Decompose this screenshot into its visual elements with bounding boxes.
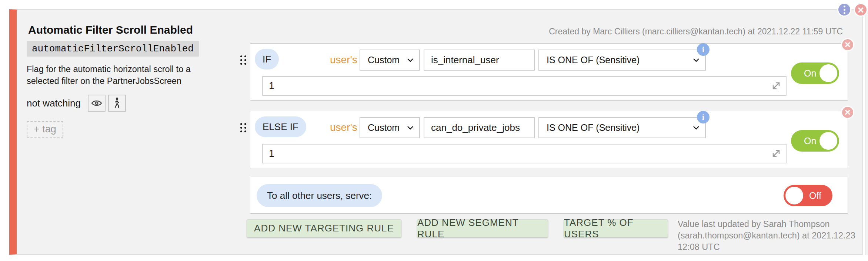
default-rule-card: To all other users, serve: Off xyxy=(250,177,848,214)
rule-drag-handle[interactable] xyxy=(240,55,248,66)
default-rule-label: To all other users, serve: xyxy=(257,184,382,207)
operator-value: IS ONE OF (Sensitive) xyxy=(547,122,640,133)
operator-value: IS ONE OF (Sensitive) xyxy=(547,55,640,65)
walking-person-icon xyxy=(113,97,121,109)
flag-title: Automatic Filter Scroll Enabled xyxy=(28,24,193,36)
flag-description: Flag for the automatic horizontal scroll… xyxy=(27,64,214,87)
rule-drag-handle[interactable] xyxy=(240,123,248,133)
chevron-down-icon xyxy=(407,126,414,130)
button-label: TARGET % OF USERS xyxy=(564,217,668,240)
close-icon: × xyxy=(845,107,851,118)
rule-subject-label: user's xyxy=(330,50,357,70)
close-icon: × xyxy=(845,40,851,50)
flag-key-chip: automaticFilterScrollEnabled xyxy=(27,41,199,57)
attribute-type-select[interactable]: Custom xyxy=(360,117,420,138)
expand-value-button[interactable] xyxy=(771,148,781,159)
served-value-field[interactable]: 1 xyxy=(262,76,787,96)
expand-diagonal-icon xyxy=(771,81,781,91)
default-rule-toggle-off[interactable]: Off xyxy=(784,185,832,206)
toggle-state-label: Off xyxy=(809,190,821,201)
add-tag-label: + tag xyxy=(34,123,56,135)
toggle-state-label: On xyxy=(804,68,816,79)
feature-flag-card-screen: × Created by Marc Cilliers (marc.cillier… xyxy=(0,0,868,261)
close-flag-button[interactable]: × xyxy=(854,3,868,17)
chevron-down-icon xyxy=(693,126,700,130)
watch-flag-button[interactable] xyxy=(88,95,106,112)
rule-keyword-badge: IF xyxy=(255,49,279,70)
button-label: ADD NEW SEGMENT RULE xyxy=(417,217,548,240)
add-tag-button[interactable]: + tag xyxy=(27,121,63,138)
toggle-knob xyxy=(819,132,837,150)
watching-users-button[interactable] xyxy=(108,95,126,112)
target-percent-users-button[interactable]: TARGET % OF USERS xyxy=(564,219,668,237)
rule-subject-label: user's xyxy=(330,117,357,138)
targeting-rule-if: IF user's Custom IS ONE OF (Sensitive) i… xyxy=(250,43,848,101)
watch-status-label: not watching xyxy=(27,98,81,109)
delete-rule-button[interactable]: × xyxy=(841,38,854,51)
toggle-knob xyxy=(785,187,803,204)
served-value-field[interactable]: 1 xyxy=(262,144,787,163)
expand-value-button[interactable] xyxy=(771,81,781,91)
toggle-state-label: On xyxy=(804,136,816,146)
close-icon: × xyxy=(858,4,864,16)
rule-toggle-on[interactable]: On xyxy=(791,130,839,152)
rule-toggle-on[interactable]: On xyxy=(791,62,839,84)
attribute-name-input[interactable] xyxy=(424,50,535,71)
served-value: 1 xyxy=(269,80,274,92)
operator-select[interactable]: IS ONE OF (Sensitive) xyxy=(538,117,706,138)
attribute-type-select[interactable]: Custom xyxy=(360,50,420,71)
add-segment-rule-button[interactable]: ADD NEW SEGMENT RULE xyxy=(417,219,548,237)
button-label: ADD NEW TARGETING RULE xyxy=(254,223,394,234)
expand-diagonal-icon xyxy=(771,148,781,159)
operator-info-icon[interactable]: i xyxy=(697,43,710,56)
toggle-knob xyxy=(819,64,837,82)
flag-menu-button[interactable] xyxy=(837,3,851,17)
served-value: 1 xyxy=(269,148,274,159)
created-by-text: Created by Marc Cilliers (marc.cilliers@… xyxy=(549,27,843,37)
drag-dots-icon xyxy=(240,55,242,57)
last-updated-text: Value last updated by Sarah Thompson (sa… xyxy=(678,218,856,253)
chevron-down-icon xyxy=(407,58,414,62)
operator-select[interactable]: IS ONE OF (Sensitive) xyxy=(538,50,706,71)
drag-dots-icon xyxy=(240,123,242,125)
add-targeting-rule-button[interactable]: ADD NEW TARGETING RULE xyxy=(247,219,401,237)
kebab-menu-icon xyxy=(844,6,845,7)
chevron-down-icon xyxy=(693,58,700,62)
rule-keyword-badge: ELSE IF xyxy=(255,116,306,137)
adjacent-panel-edge xyxy=(865,9,868,255)
delete-rule-button[interactable]: × xyxy=(841,106,854,119)
targeting-rule-else-if: ELSE IF user's Custom IS ONE OF (Sensiti… xyxy=(250,111,848,168)
operator-info-icon[interactable]: i xyxy=(697,111,710,123)
eye-icon xyxy=(91,99,102,107)
attribute-type-value: Custom xyxy=(368,122,400,133)
attribute-name-input[interactable] xyxy=(424,117,535,138)
attribute-type-value: Custom xyxy=(368,55,400,65)
